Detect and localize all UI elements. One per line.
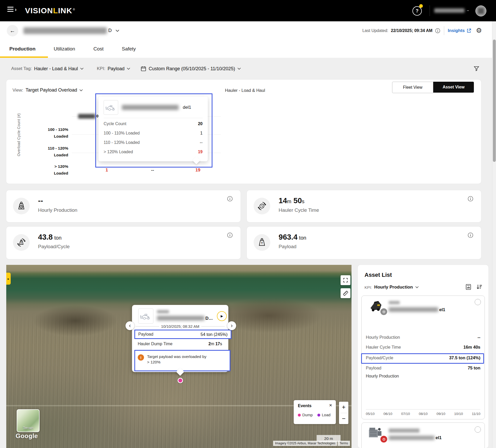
- dump-dot-icon: [298, 414, 301, 417]
- power-status-icon: [380, 436, 387, 443]
- page-scrollbar[interactable]: [492, 21, 496, 448]
- asset-chart-dates: 05/10 06/10 07/10 08/10 09/10 10/10 11/1…: [366, 412, 480, 416]
- map[interactable]: ▸ D… ▶ 10/10/2025; 08:32 AM Payload 54 t…: [6, 265, 351, 448]
- account-name-ellipsis: ..: [467, 7, 469, 12]
- asset-radio-button[interactable]: [475, 299, 481, 305]
- next-event-button[interactable]: ›: [227, 321, 236, 330]
- svg-text:T: T: [261, 241, 263, 245]
- measure-ruler-button[interactable]: [341, 288, 350, 298]
- last-updated-value: 22/10/2025; 09:34 AM: [391, 28, 432, 33]
- map-zoom-controls: + −: [339, 402, 348, 424]
- filter-bar: Asset Tag: Hauler - Load & Haul KPI: Pay…: [0, 58, 496, 80]
- filter-funnel-icon[interactable]: [473, 66, 480, 72]
- row-label-100-110: 100 - 110%Loaded: [12, 126, 68, 140]
- insights-link[interactable]: Insights: [448, 28, 471, 33]
- chevron-down-icon: [237, 68, 241, 70]
- page-bar: ← D Last Updated: 22/10/2025; 09:34 AM I…: [0, 21, 496, 40]
- popup-overload-alert-highlighted: ! Target payload was overloaded by> 120%: [134, 350, 230, 371]
- kpi-label: Payload: [279, 244, 297, 249]
- load-dot-icon: [317, 414, 320, 417]
- asset-radio-button[interactable]: [475, 426, 481, 433]
- map-side-panel-toggle[interactable]: ▸: [6, 273, 11, 285]
- page-title-redacted: [23, 27, 107, 34]
- kpi-card-payload-cycle: T 43.8ton Payload/Cycle: [6, 227, 241, 259]
- zoom-out-button[interactable]: −: [339, 413, 348, 424]
- sort-icon[interactable]: [476, 284, 483, 290]
- chevron-down-icon[interactable]: [116, 30, 119, 32]
- asset-list-item[interactable]: el1 Hourly Production-- Hauler Cycle Tim…: [361, 296, 485, 419]
- info-icon[interactable]: [468, 232, 473, 238]
- hamburger-menu-icon[interactable]: ›: [7, 7, 17, 12]
- report-view-icon[interactable]: [465, 284, 472, 290]
- asset-list-item[interactable]: el1: [361, 423, 485, 448]
- events-title: Events: [298, 404, 311, 408]
- back-button[interactable]: ←: [7, 25, 18, 36]
- kpi-filter[interactable]: KPI: Payload: [97, 58, 130, 80]
- scrollbar-thumb[interactable]: [493, 40, 496, 162]
- tab-cost[interactable]: Cost: [93, 46, 104, 52]
- asset-tag-filter[interactable]: Asset Tag: Hauler - Load & Haul: [11, 58, 84, 80]
- tooltip-asset-name-suffix: del1: [183, 105, 191, 110]
- view-selector[interactable]: View: Target Payload Overload: [12, 87, 83, 93]
- hauler-icon: [138, 309, 153, 324]
- close-icon[interactable]: ✕: [329, 403, 332, 408]
- previous-event-button[interactable]: ‹: [125, 321, 134, 330]
- info-icon[interactable]: [227, 196, 233, 202]
- asset-list-panel: Asset List KPI: Hourly Production el1: [358, 265, 488, 448]
- google-logo: Google: [16, 432, 38, 440]
- tab-safety[interactable]: Safety: [122, 46, 136, 52]
- imagery-attribution: Imagery ©2025 Airbus, Maxar Technologies: [273, 441, 337, 446]
- chart-tooltip-highlight: del1 Cycle Count20 100 - 110% Loaded1 11…: [95, 93, 212, 168]
- fullscreen-button[interactable]: [341, 275, 350, 285]
- asset-row-payload: Payload75 ton: [366, 366, 480, 370]
- last-updated-block: Last Updated: 22/10/2025; 09:34 AM Insig…: [362, 21, 471, 40]
- asset-chart-axis: [366, 409, 480, 409]
- tab-utilization[interactable]: Utilization: [54, 46, 75, 52]
- svg-text:T: T: [21, 242, 22, 244]
- power-status-icon: [380, 308, 387, 315]
- asset-name-suffix: el1: [436, 435, 442, 440]
- popup-timestamp-row: 10/10/2025; 08:32 AM: [136, 324, 225, 329]
- info-icon[interactable]: [227, 232, 233, 238]
- asset-name-redacted: [389, 301, 400, 304]
- header-divider: [430, 5, 430, 16]
- info-icon[interactable]: [435, 28, 440, 33]
- alert-icon: !: [138, 354, 144, 361]
- view-toggle: Fleet View Asset View: [392, 82, 474, 93]
- fleet-view-button[interactable]: Fleet View: [392, 82, 433, 93]
- app-header: › VISIONLINK® ? ..: [0, 0, 496, 21]
- asset-name-suffix: el1: [439, 307, 445, 312]
- gear-icon[interactable]: ⚙: [476, 27, 482, 35]
- chevron-down-icon: [79, 89, 83, 91]
- zoom-in-button[interactable]: +: [339, 402, 348, 413]
- cell-value-1[interactable]: 1: [99, 168, 115, 173]
- tab-production[interactable]: Production: [9, 46, 35, 52]
- kpi-card-hourly-production: -- Hourly Production: [6, 190, 241, 222]
- asset-view-button[interactable]: Asset View: [433, 82, 474, 93]
- play-button[interactable]: ▶: [217, 311, 227, 321]
- asset-list-kpi-selector[interactable]: KPI: Hourly Production: [365, 285, 419, 290]
- last-updated-label: Last Updated:: [362, 28, 388, 33]
- kpi-value: 43.8ton: [38, 233, 61, 241]
- popup-timestamp: 10/10/2025; 08:32 AM: [161, 324, 199, 329]
- tooltip-row-gt-120: > 120% Loaded19: [98, 147, 208, 157]
- divider: [444, 26, 444, 35]
- tooltip-divider: [104, 118, 203, 118]
- payload-weight-icon: T: [254, 234, 270, 251]
- avatar[interactable]: [475, 5, 486, 16]
- dump-event-marker[interactable]: [178, 378, 183, 383]
- kpi-value: 14m 50s: [279, 196, 304, 205]
- cell-value-2[interactable]: --: [145, 168, 160, 173]
- popup-payload-row-highlighted: Payload 54 ton (245%): [134, 330, 231, 339]
- kpi-label: Hauler Cycle Time: [279, 207, 319, 213]
- info-icon[interactable]: [468, 196, 473, 202]
- tooltip-asset-name-redacted: [122, 105, 179, 110]
- cell-value-3[interactable]: 19: [190, 168, 206, 173]
- terms-link[interactable]: Terms: [338, 441, 350, 446]
- asset-list-title: Asset List: [365, 272, 392, 278]
- kpi-label: Hourly Production: [38, 207, 77, 213]
- popup-asset-subname-redacted: [157, 316, 204, 321]
- date-range-filter[interactable]: Custom Range (05/10/2025 - 11/10/2025): [141, 58, 241, 80]
- map-type-terrain-thumbnail[interactable]: Terrain: [17, 409, 40, 432]
- page-title-suffix: D: [108, 28, 112, 33]
